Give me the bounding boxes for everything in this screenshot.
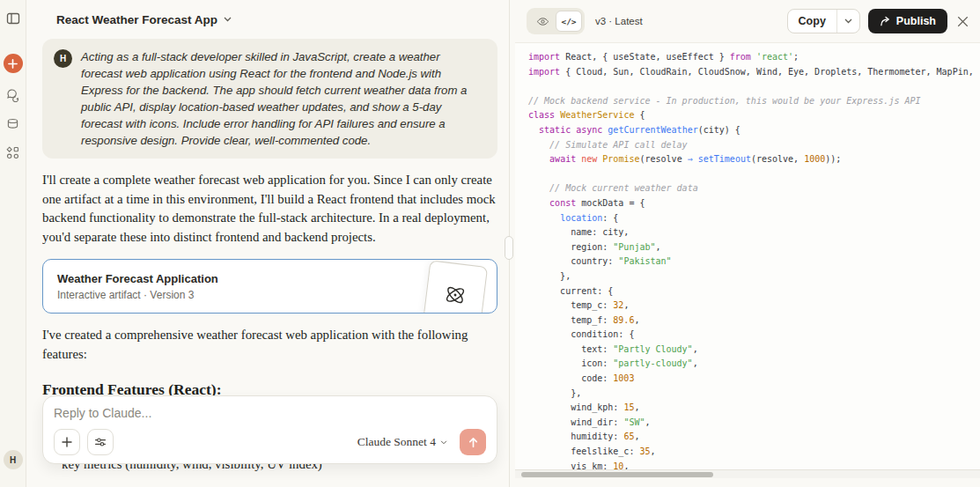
composer-toolbar: Claude Sonnet 4: [54, 429, 486, 455]
apps-grid-icon[interactable]: [5, 145, 20, 160]
code-line: code: 1003: [528, 372, 980, 387]
artifact-header: </> v3 · Latest Copy Publish: [515, 0, 980, 42]
publish-button[interactable]: Publish: [868, 9, 947, 33]
chevron-down-icon: [224, 17, 232, 22]
code-line: feelslike_c: 35,: [528, 445, 980, 460]
chevron-down-icon: [440, 440, 447, 445]
code-line: text: "Partly Cloudy",: [528, 343, 980, 358]
copy-dropdown-button[interactable]: [836, 10, 859, 33]
code-line: icon: "partly-cloudy",: [528, 357, 980, 372]
code-view-button[interactable]: </>: [556, 11, 582, 32]
preview-code-toggle: </>: [527, 8, 585, 34]
user-avatar[interactable]: H: [4, 450, 23, 469]
chevron-down-icon: [844, 18, 852, 24]
sidebar-toggle-icon[interactable]: [6, 11, 20, 26]
horizontal-scrollbar: [515, 469, 980, 478]
code-line: const mockData = {: [528, 196, 980, 211]
artifact-card-subtitle: Interactive artifact · Version 3: [57, 289, 483, 301]
code-line: static async getCurrentWeather(city) {: [528, 123, 980, 138]
close-icon[interactable]: [957, 16, 969, 27]
code-line: temp_f: 89.6,: [528, 314, 980, 328]
model-name: Claude Sonnet 4: [357, 435, 436, 449]
code-line: location: {: [528, 211, 980, 226]
preview-eye-button[interactable]: [529, 11, 556, 32]
conversation-title-menu[interactable]: React Weather Forecast App: [26, 0, 509, 39]
scrollbar-thumb[interactable]: [521, 472, 713, 477]
code-line: // Mock current weather data: [528, 181, 980, 196]
code-line: await new Promise(resolve ⇒ setTimeout(r…: [528, 152, 980, 167]
page-title: React Weather Forecast App: [56, 13, 217, 26]
user-message-text: Acting as a full-stack developer skilled…: [81, 48, 483, 149]
artifact-card[interactable]: Weather Forecast Application Interactive…: [42, 259, 497, 314]
code-line: name: city,: [528, 225, 980, 240]
code-line: [528, 167, 980, 182]
reply-composer: Claude Sonnet 4: [42, 395, 497, 464]
code-line: vis_km: 10,: [528, 460, 980, 469]
new-chat-button[interactable]: [4, 54, 23, 73]
publish-label: Publish: [896, 15, 936, 27]
artifact-panel: </> v3 · Latest Copy Publish import: [515, 0, 980, 487]
app-window: H React Weather Forecast App H Acting as…: [0, 0, 980, 487]
eye-icon: [536, 15, 549, 28]
copy-split-button: Copy: [787, 9, 860, 33]
code-line: wind_kph: 15,: [528, 401, 980, 416]
model-selector[interactable]: Claude Sonnet 4: [357, 435, 447, 449]
user-message: H Acting as a full-stack developer skill…: [42, 39, 497, 159]
copy-button[interactable]: Copy: [788, 10, 836, 33]
tools-sliders-button[interactable]: [87, 429, 114, 455]
code-line: class WeatherService {: [528, 108, 980, 123]
code-line: import { Cloud, Sun, CloudRain, CloudSno…: [528, 65, 980, 80]
code-line: current: {: [528, 284, 980, 299]
chats-icon[interactable]: [5, 87, 20, 102]
left-rail: H: [0, 0, 26, 487]
bottom-strip: [515, 478, 980, 487]
code-line: },: [528, 387, 980, 402]
chat-panel: React Weather Forecast App H Acting as a…: [26, 0, 509, 487]
code-line: },: [528, 269, 980, 284]
code-line: import React, { useState, useEffect } fr…: [528, 50, 980, 65]
code-content: import React, { useState, useEffect } fr…: [515, 42, 980, 469]
code-line: // Mock backend service - In production,…: [528, 94, 980, 109]
share-arrow-icon: [880, 16, 891, 27]
panel-divider: [509, 0, 515, 487]
artifact-card-title: Weather Forecast Application: [57, 272, 483, 285]
assistant-paragraph: I've created a comprehensive weather for…: [42, 326, 497, 364]
attach-button[interactable]: [54, 429, 80, 455]
projects-icon[interactable]: [5, 116, 20, 131]
code-line: temp_c: 32,: [528, 299, 980, 314]
code-line: humidity: 65,: [528, 430, 980, 445]
code-line: condition: {: [528, 328, 980, 343]
code-line: wind_dir: "SW",: [528, 416, 980, 431]
react-atom-icon: [423, 260, 488, 314]
code-icon: </>: [561, 17, 576, 26]
divider-drag-handle[interactable]: [505, 236, 513, 260]
code-line: // Simulate API call delay: [528, 138, 980, 153]
user-message-avatar: H: [54, 49, 72, 68]
assistant-paragraph: I'll create a complete weather forecast …: [42, 171, 497, 247]
code-line: [528, 79, 980, 94]
code-line: country: "Pakistan": [528, 255, 980, 269]
code-line: region: "Punjab",: [528, 240, 980, 255]
version-label: v3 · Latest: [595, 16, 643, 26]
reply-input[interactable]: [54, 406, 486, 420]
send-button[interactable]: [460, 429, 486, 455]
arrow-up-icon: [468, 437, 479, 448]
